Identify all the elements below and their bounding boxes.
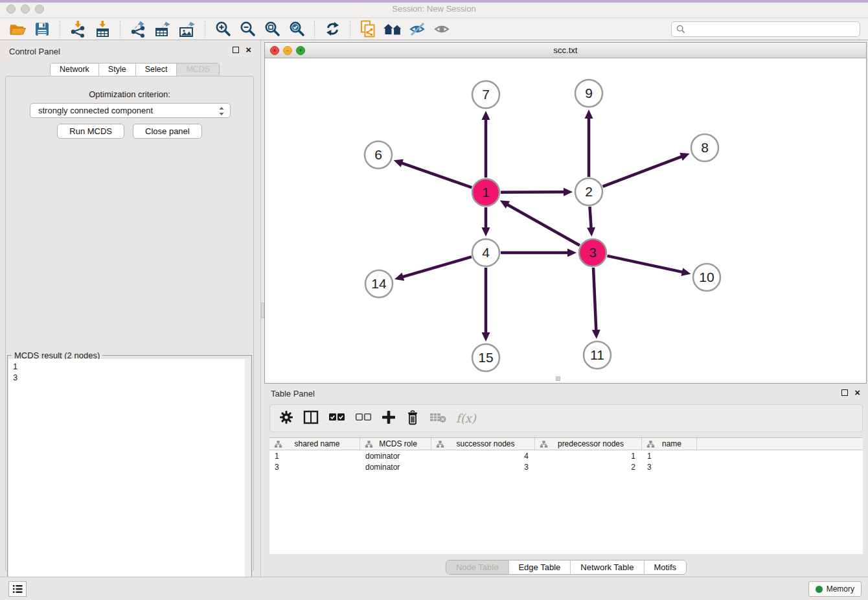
graph-arrowhead xyxy=(680,153,689,161)
open-session-icon[interactable] xyxy=(5,19,30,39)
table-cell[interactable]: 3 xyxy=(431,463,535,472)
zoom-out-icon[interactable] xyxy=(235,19,260,39)
table-cell[interactable]: dominator xyxy=(360,452,431,461)
graph-arrowhead xyxy=(587,227,595,237)
import-network-icon[interactable] xyxy=(65,19,90,39)
toolbar-separator xyxy=(314,21,315,38)
unselect-all-checkboxes-icon[interactable] xyxy=(355,413,372,424)
node-table[interactable]: shared nameMCDS rolesuccessor nodesprede… xyxy=(269,437,863,554)
graph-edge-3-11[interactable] xyxy=(593,268,596,332)
tab-node-table[interactable]: Node Table xyxy=(446,560,509,574)
new-network-from-selection-icon[interactable] xyxy=(356,19,380,39)
table-cell[interactable]: 1 xyxy=(535,452,642,461)
column-header-predecessor-nodes[interactable]: predecessor nodes xyxy=(535,438,642,450)
toolbar-separator xyxy=(120,21,120,38)
memory-status-icon xyxy=(816,586,823,593)
hide-selected-icon[interactable] xyxy=(405,19,429,39)
network-window: × − + scc.txt 7968124314101511 xyxy=(264,42,867,384)
toolbar-separator xyxy=(350,21,350,38)
tab-select[interactable]: Select xyxy=(136,63,177,76)
save-session-icon[interactable] xyxy=(30,19,54,39)
delete-table-icon xyxy=(429,411,446,426)
network-window-title: scc.txt xyxy=(265,45,866,55)
zoom-fit-icon[interactable] xyxy=(260,19,284,39)
graph-node-label-14: 14 xyxy=(371,276,387,291)
graph-edge-4-14[interactable] xyxy=(402,257,472,277)
close-panel-button[interactable]: Close panel xyxy=(133,124,202,139)
tab-motifs[interactable]: Motifs xyxy=(644,560,686,574)
graph-arrowhead xyxy=(482,227,490,237)
window-title: Session: New Session xyxy=(0,4,868,14)
graph-node-label-7: 7 xyxy=(482,87,490,102)
close-table-panel-icon[interactable]: × xyxy=(854,389,860,397)
table-cell[interactable]: 1 xyxy=(269,452,360,461)
column-header-MCDS-role[interactable]: MCDS role xyxy=(360,438,431,450)
memory-button[interactable]: Memory xyxy=(808,581,862,597)
tab-network[interactable]: Network xyxy=(51,63,99,76)
column-header-shared-name[interactable]: shared name xyxy=(269,438,360,450)
export-image-icon[interactable] xyxy=(175,19,200,39)
tab-style[interactable]: Style xyxy=(99,63,136,76)
add-row-icon[interactable] xyxy=(382,410,396,427)
table-cell[interactable]: 2 xyxy=(535,463,642,472)
export-table-icon[interactable] xyxy=(150,19,175,39)
table-cell[interactable]: dominator xyxy=(360,463,431,472)
hierarchy-icon xyxy=(540,440,548,448)
tab-mcds[interactable]: MCDS xyxy=(177,63,219,76)
zoom-selected-icon[interactable] xyxy=(284,19,309,39)
result-scrollbar[interactable] xyxy=(245,359,251,600)
graph-edge-1-2[interactable] xyxy=(501,192,565,192)
network-window-titlebar[interactable]: × − + scc.txt xyxy=(265,43,866,58)
optimization-criterion-dropdown[interactable]: strongly connected component xyxy=(30,103,231,118)
table-row[interactable]: 3dominator323 xyxy=(269,461,863,472)
table-row[interactable]: 1dominator411 xyxy=(269,450,863,461)
table-cell[interactable]: 1 xyxy=(642,452,697,461)
network-canvas[interactable]: 7968124314101511 xyxy=(265,58,866,383)
show-column-icon[interactable] xyxy=(303,410,319,427)
main-toolbar xyxy=(0,18,868,40)
table-settings-icon[interactable] xyxy=(279,410,293,427)
canvas-grip[interactable] xyxy=(556,376,560,381)
zoom-in-icon[interactable] xyxy=(211,19,235,39)
memory-label: Memory xyxy=(827,584,854,594)
graph-node-label-10: 10 xyxy=(699,270,714,284)
refresh-icon[interactable] xyxy=(320,19,345,39)
toolbar-separator xyxy=(205,21,205,38)
tab-network-table[interactable]: Network Table xyxy=(571,560,644,574)
first-neighbors-icon[interactable] xyxy=(380,19,405,39)
graph-node-label-6: 6 xyxy=(374,147,382,162)
search-field[interactable] xyxy=(671,21,860,37)
graph-edge-2-8[interactable] xyxy=(603,156,683,187)
delete-row-icon[interactable] xyxy=(405,410,420,428)
column-header-name[interactable]: name xyxy=(642,438,697,450)
graph-arrowhead xyxy=(585,110,593,119)
float-table-panel-icon[interactable] xyxy=(841,389,848,396)
select-all-checkboxes-icon[interactable] xyxy=(328,413,345,424)
table-cell[interactable]: 3 xyxy=(269,463,360,472)
task-history-button[interactable] xyxy=(8,581,27,597)
graph-arrowhead xyxy=(482,111,490,120)
run-mcds-button[interactable]: Run MCDS xyxy=(57,124,124,139)
close-panel-icon[interactable]: × xyxy=(246,46,251,54)
float-panel-icon[interactable] xyxy=(233,47,239,53)
table-cell[interactable]: 3 xyxy=(642,463,697,472)
table-cell[interactable]: 4 xyxy=(431,452,535,461)
search-input[interactable] xyxy=(689,23,860,35)
graph-edge-3-10[interactable] xyxy=(607,256,683,273)
graph-edge-3-1[interactable] xyxy=(506,204,580,246)
tab-edge-table[interactable]: Edge Table xyxy=(508,560,571,574)
accent-strip xyxy=(0,0,868,3)
graph-node-label-1: 1 xyxy=(482,185,490,200)
graph-edge-1-6[interactable] xyxy=(400,163,472,188)
export-network-icon[interactable] xyxy=(126,19,150,39)
mcds-result-text[interactable]: 1 3 xyxy=(8,359,251,600)
graph-node-label-11: 11 xyxy=(590,347,604,362)
graph-edge-2-3[interactable] xyxy=(589,207,591,229)
column-header-successor-nodes[interactable]: successor nodes xyxy=(431,438,535,450)
table-header-row: shared nameMCDS rolesuccessor nodesprede… xyxy=(269,438,863,450)
table-toolbar: f(x) xyxy=(269,404,863,432)
status-bar: Memory xyxy=(0,577,868,600)
import-table-icon[interactable] xyxy=(90,19,115,39)
show-all-icon[interactable] xyxy=(429,19,454,39)
mcds-panel: Optimization criterion: strongly connect… xyxy=(5,76,254,571)
